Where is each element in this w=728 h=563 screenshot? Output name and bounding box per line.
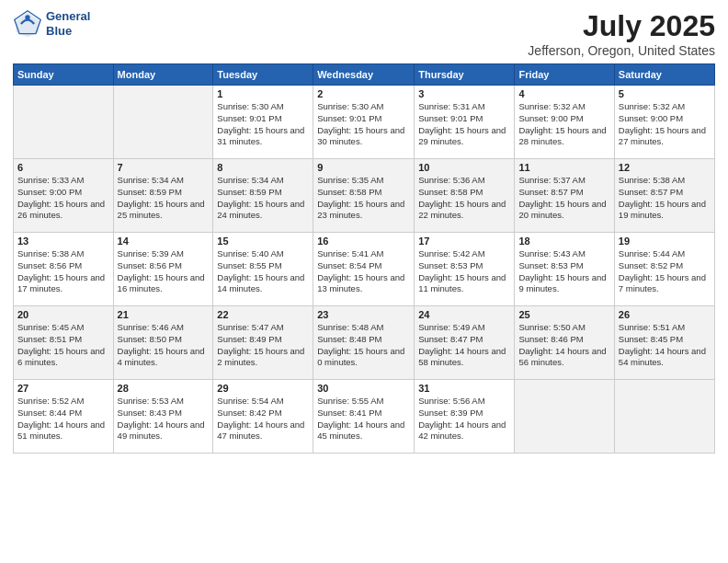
- header-row: SundayMondayTuesdayWednesdayThursdayFrid…: [14, 64, 715, 86]
- calendar-cell: 17Sunrise: 5:42 AM Sunset: 8:53 PM Dayli…: [415, 233, 515, 306]
- day-detail: Sunrise: 5:34 AM Sunset: 8:59 PM Dayligh…: [217, 175, 309, 222]
- day-detail: Sunrise: 5:34 AM Sunset: 8:59 PM Dayligh…: [118, 175, 210, 222]
- calendar-week-4: 20Sunrise: 5:45 AM Sunset: 8:51 PM Dayli…: [14, 306, 715, 380]
- calendar-body: 1Sunrise: 5:30 AM Sunset: 9:01 PM Daylig…: [14, 86, 715, 454]
- day-detail: Sunrise: 5:50 AM Sunset: 8:46 PM Dayligh…: [518, 322, 609, 369]
- day-detail: Sunrise: 5:43 AM Sunset: 8:53 PM Dayligh…: [518, 248, 609, 295]
- day-number: 30: [317, 383, 410, 394]
- day-detail: Sunrise: 5:45 AM Sunset: 8:51 PM Dayligh…: [17, 322, 109, 369]
- calendar-cell: 2Sunrise: 5:30 AM Sunset: 9:01 PM Daylig…: [313, 86, 415, 159]
- day-detail: Sunrise: 5:30 AM Sunset: 9:01 PM Dayligh…: [317, 101, 410, 148]
- day-number: 31: [418, 383, 510, 394]
- calendar-cell: 28Sunrise: 5:53 AM Sunset: 8:43 PM Dayli…: [113, 380, 213, 454]
- calendar-table: SundayMondayTuesdayWednesdayThursdayFrid…: [13, 63, 715, 454]
- day-detail: Sunrise: 5:38 AM Sunset: 8:56 PM Dayligh…: [17, 248, 109, 295]
- day-number: 26: [619, 309, 711, 320]
- calendar-cell: 5Sunrise: 5:32 AM Sunset: 9:00 PM Daylig…: [614, 86, 714, 159]
- day-detail: Sunrise: 5:56 AM Sunset: 8:39 PM Dayligh…: [418, 396, 510, 442]
- calendar-cell: 4Sunrise: 5:32 AM Sunset: 9:00 PM Daylig…: [515, 86, 614, 159]
- day-detail: Sunrise: 5:52 AM Sunset: 8:44 PM Dayligh…: [17, 396, 109, 442]
- day-number: 17: [418, 236, 510, 247]
- day-number: 6: [17, 162, 109, 173]
- day-number: 4: [518, 88, 609, 99]
- page: General Blue July 2025 Jefferson, Oregon…: [0, 0, 728, 563]
- col-header-tuesday: Tuesday: [213, 64, 313, 86]
- calendar-header: SundayMondayTuesdayWednesdayThursdayFrid…: [14, 64, 715, 86]
- calendar-cell: 14Sunrise: 5:39 AM Sunset: 8:56 PM Dayli…: [113, 233, 213, 306]
- day-number: 23: [317, 309, 410, 320]
- calendar-cell: 8Sunrise: 5:34 AM Sunset: 8:59 PM Daylig…: [213, 159, 313, 233]
- calendar-cell: 23Sunrise: 5:48 AM Sunset: 8:48 PM Dayli…: [313, 306, 415, 380]
- day-number: 19: [619, 236, 711, 247]
- calendar-cell: 29Sunrise: 5:54 AM Sunset: 8:42 PM Dayli…: [213, 380, 313, 454]
- day-number: 10: [418, 162, 510, 173]
- calendar-cell: 6Sunrise: 5:33 AM Sunset: 9:00 PM Daylig…: [14, 159, 114, 233]
- day-detail: Sunrise: 5:37 AM Sunset: 8:57 PM Dayligh…: [518, 175, 609, 222]
- day-number: 29: [217, 383, 309, 394]
- day-detail: Sunrise: 5:46 AM Sunset: 8:50 PM Dayligh…: [118, 322, 210, 369]
- calendar-cell: 24Sunrise: 5:49 AM Sunset: 8:47 PM Dayli…: [415, 306, 515, 380]
- day-detail: Sunrise: 5:55 AM Sunset: 8:41 PM Dayligh…: [317, 396, 410, 442]
- day-detail: Sunrise: 5:49 AM Sunset: 8:47 PM Dayligh…: [418, 322, 510, 369]
- calendar-cell: 11Sunrise: 5:37 AM Sunset: 8:57 PM Dayli…: [515, 159, 614, 233]
- day-number: 12: [619, 162, 711, 173]
- day-detail: Sunrise: 5:38 AM Sunset: 8:57 PM Dayligh…: [619, 175, 711, 222]
- day-detail: Sunrise: 5:32 AM Sunset: 9:00 PM Dayligh…: [518, 101, 609, 148]
- calendar-cell: 3Sunrise: 5:31 AM Sunset: 9:01 PM Daylig…: [415, 86, 515, 159]
- header: General Blue July 2025 Jefferson, Oregon…: [13, 9, 715, 58]
- day-number: 21: [118, 309, 210, 320]
- title-block: July 2025 Jefferson, Oregon, United Stat…: [528, 9, 715, 58]
- col-header-monday: Monday: [113, 64, 213, 86]
- calendar-cell: 30Sunrise: 5:55 AM Sunset: 8:41 PM Dayli…: [313, 380, 415, 454]
- day-detail: Sunrise: 5:30 AM Sunset: 9:01 PM Dayligh…: [217, 101, 309, 148]
- day-number: 11: [518, 162, 609, 173]
- day-number: 20: [17, 309, 109, 320]
- calendar-cell: 12Sunrise: 5:38 AM Sunset: 8:57 PM Dayli…: [614, 159, 714, 233]
- calendar-cell: 22Sunrise: 5:47 AM Sunset: 8:49 PM Dayli…: [213, 306, 313, 380]
- day-number: 13: [17, 236, 109, 247]
- calendar-cell: [14, 86, 114, 159]
- day-detail: Sunrise: 5:42 AM Sunset: 8:53 PM Dayligh…: [418, 248, 510, 295]
- day-number: 7: [118, 162, 210, 173]
- day-number: 5: [619, 88, 711, 99]
- col-header-wednesday: Wednesday: [313, 64, 415, 86]
- calendar-cell: [113, 86, 213, 159]
- calendar-cell: 21Sunrise: 5:46 AM Sunset: 8:50 PM Dayli…: [113, 306, 213, 380]
- day-number: 27: [17, 383, 109, 394]
- col-header-sunday: Sunday: [14, 64, 114, 86]
- calendar-cell: 13Sunrise: 5:38 AM Sunset: 8:56 PM Dayli…: [14, 233, 114, 306]
- day-number: 9: [317, 162, 410, 173]
- day-number: 8: [217, 162, 309, 173]
- day-detail: Sunrise: 5:41 AM Sunset: 8:54 PM Dayligh…: [317, 248, 410, 295]
- calendar-week-5: 27Sunrise: 5:52 AM Sunset: 8:44 PM Dayli…: [14, 380, 715, 454]
- day-detail: Sunrise: 5:44 AM Sunset: 8:52 PM Dayligh…: [619, 248, 711, 295]
- day-number: 24: [418, 309, 510, 320]
- calendar-cell: 10Sunrise: 5:36 AM Sunset: 8:58 PM Dayli…: [415, 159, 515, 233]
- main-title: July 2025: [528, 9, 715, 43]
- day-detail: Sunrise: 5:53 AM Sunset: 8:43 PM Dayligh…: [118, 396, 210, 442]
- day-number: 1: [217, 88, 309, 99]
- day-detail: Sunrise: 5:31 AM Sunset: 9:01 PM Dayligh…: [418, 101, 510, 148]
- col-header-thursday: Thursday: [415, 64, 515, 86]
- svg-point-2: [25, 15, 29, 19]
- calendar-cell: 26Sunrise: 5:51 AM Sunset: 8:45 PM Dayli…: [614, 306, 714, 380]
- calendar-cell: 9Sunrise: 5:35 AM Sunset: 8:58 PM Daylig…: [313, 159, 415, 233]
- day-detail: Sunrise: 5:51 AM Sunset: 8:45 PM Dayligh…: [619, 322, 711, 369]
- day-detail: Sunrise: 5:33 AM Sunset: 9:00 PM Dayligh…: [17, 175, 109, 222]
- day-number: 22: [217, 309, 309, 320]
- day-detail: Sunrise: 5:39 AM Sunset: 8:56 PM Dayligh…: [118, 248, 210, 295]
- calendar-cell: 20Sunrise: 5:45 AM Sunset: 8:51 PM Dayli…: [14, 306, 114, 380]
- day-number: 3: [418, 88, 510, 99]
- day-number: 16: [317, 236, 410, 247]
- day-number: 18: [518, 236, 609, 247]
- day-number: 14: [118, 236, 210, 247]
- calendar-cell: 16Sunrise: 5:41 AM Sunset: 8:54 PM Dayli…: [313, 233, 415, 306]
- day-number: 25: [518, 309, 609, 320]
- calendar-cell: [614, 380, 714, 454]
- calendar-cell: 15Sunrise: 5:40 AM Sunset: 8:55 PM Dayli…: [213, 233, 313, 306]
- day-number: 2: [317, 88, 410, 99]
- col-header-saturday: Saturday: [614, 64, 714, 86]
- calendar-cell: 31Sunrise: 5:56 AM Sunset: 8:39 PM Dayli…: [415, 380, 515, 454]
- col-header-friday: Friday: [515, 64, 614, 86]
- calendar-week-2: 6Sunrise: 5:33 AM Sunset: 9:00 PM Daylig…: [14, 159, 715, 233]
